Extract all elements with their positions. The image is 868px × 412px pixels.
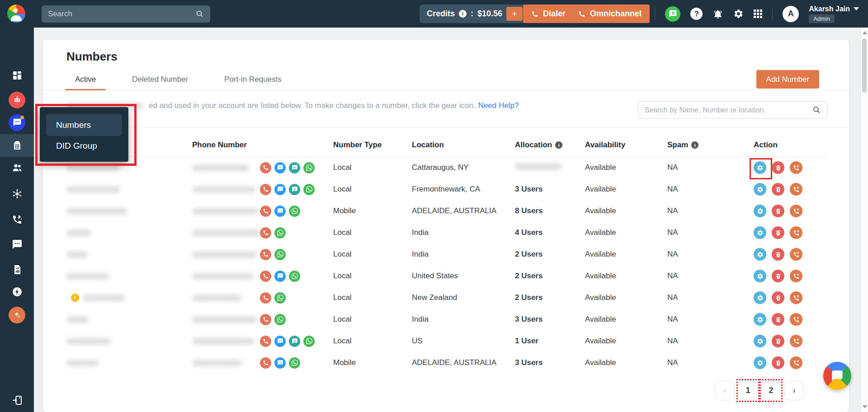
call-settings-action-button[interactable] [790, 205, 802, 217]
omnichannel-button[interactable]: Omnichannel [570, 5, 650, 23]
delete-action-button[interactable] [772, 291, 784, 304]
sms-channel-icon[interactable] [274, 357, 286, 369]
call-settings-action-button[interactable] [790, 291, 802, 304]
delete-action-button[interactable] [772, 248, 784, 261]
whatsapp-channel-icon[interactable] [274, 314, 286, 325]
table-search[interactable] [638, 101, 828, 119]
settings-action-button[interactable] [754, 313, 766, 326]
settings-action-button[interactable] [754, 161, 766, 174]
call-settings-action-button[interactable] [790, 313, 802, 326]
settings-action-button[interactable] [754, 291, 766, 304]
settings-action-button[interactable] [754, 356, 766, 369]
call-channel-icon[interactable] [260, 184, 271, 195]
dialer-button[interactable]: Dialer [523, 5, 574, 23]
credits-pill[interactable]: Credits i : $10.56 + [420, 5, 540, 23]
call-channel-icon[interactable] [260, 271, 271, 282]
sidebar-item-sms-chat[interactable] [0, 233, 34, 256]
scroll-down-icon[interactable] [863, 405, 867, 408]
help-icon[interactable]: ? [690, 8, 703, 20]
pagination-prev-button[interactable]: ‹ [715, 381, 735, 400]
delete-action-button[interactable] [772, 161, 784, 174]
global-search-input[interactable] [48, 9, 196, 19]
sms-channel-icon[interactable] [274, 336, 286, 347]
settings-gear-icon[interactable] [733, 9, 744, 19]
chat-widget-button[interactable] [823, 362, 851, 390]
sidebar-item-ai-sparkle[interactable] [0, 304, 34, 326]
call-settings-action-button[interactable] [790, 248, 802, 261]
need-help-link[interactable]: Need Help? [478, 101, 519, 110]
pagination-next-button[interactable]: › [784, 381, 804, 400]
sidebar-item-ai-bot[interactable] [0, 89, 34, 111]
delete-action-button[interactable] [772, 313, 784, 326]
call-channel-icon[interactable] [260, 206, 271, 217]
call-channel-icon[interactable] [260, 314, 271, 325]
whatsapp-channel-icon[interactable] [289, 206, 300, 217]
sidebar-item-power[interactable] [0, 281, 34, 303]
add-number-button[interactable]: Add Number [756, 70, 819, 89]
table-search-input[interactable] [645, 106, 812, 114]
settings-action-button[interactable] [754, 335, 766, 347]
sidebar-item-dashboard[interactable] [0, 64, 34, 87]
whatsapp-channel-icon[interactable] [274, 227, 286, 239]
user-menu[interactable]: Akarsh Jain Admin [809, 5, 859, 23]
pagination-page-button-2[interactable]: 2 [761, 381, 781, 400]
whatsapp-channel-icon[interactable] [289, 271, 300, 282]
delete-action-button[interactable] [772, 205, 784, 217]
sidebar-item-reports[interactable] [0, 258, 34, 281]
sms-channel-icon[interactable] [274, 184, 286, 195]
call-channel-icon[interactable] [260, 336, 271, 347]
call-channel-icon[interactable] [260, 357, 271, 369]
call-settings-action-button[interactable] [790, 356, 802, 369]
call-settings-action-button[interactable] [790, 161, 802, 174]
call-channel-icon[interactable] [260, 162, 271, 173]
call-settings-action-button[interactable] [790, 226, 802, 239]
whatsapp-channel-icon[interactable] [303, 336, 315, 347]
page-scrollbar[interactable] [860, 28, 868, 412]
whatsapp-channel-icon[interactable] [303, 184, 315, 195]
settings-action-button[interactable] [754, 226, 766, 239]
app-logo-icon[interactable] [7, 5, 25, 23]
call-settings-action-button[interactable] [790, 183, 802, 196]
delete-action-button[interactable] [772, 183, 784, 196]
tab-port-in-requests[interactable]: Port-in Requests [215, 70, 291, 89]
info-icon[interactable]: i [691, 141, 698, 149]
sms-channel-icon[interactable] [274, 271, 286, 282]
sms-channel-icon[interactable] [274, 206, 286, 217]
warning-icon[interactable]: ! [71, 294, 79, 302]
user-avatar[interactable]: A [783, 6, 799, 22]
settings-action-button[interactable] [754, 183, 766, 196]
whatsapp-channel-icon[interactable] [289, 357, 300, 369]
sidebar-item-users[interactable] [0, 156, 34, 179]
chevron-down-icon[interactable] [854, 7, 859, 10]
scroll-up-icon[interactable] [863, 31, 867, 34]
info-icon[interactable]: i [555, 141, 562, 149]
sidebar-item-chat-messenger[interactable] [0, 111, 34, 134]
settings-action-button[interactable] [754, 205, 766, 217]
sidebar-item-call-logs[interactable] [0, 208, 34, 231]
delete-action-button[interactable] [772, 226, 784, 239]
sidebar-item-numbers[interactable] [0, 134, 34, 157]
pagination-page-button-1[interactable]: 1 [738, 381, 758, 400]
call-settings-action-button[interactable] [790, 270, 802, 282]
mms-channel-icon[interactable] [289, 336, 300, 347]
global-search[interactable] [42, 5, 210, 23]
credits-info-icon[interactable]: i [459, 10, 467, 18]
notifications-bell-icon[interactable] [712, 9, 723, 19]
call-channel-icon[interactable] [260, 227, 271, 239]
sidebar-item-integrations-hub[interactable] [0, 183, 34, 205]
whatsapp-channel-icon[interactable] [303, 162, 315, 173]
mms-channel-icon[interactable] [289, 184, 300, 195]
call-settings-action-button[interactable] [790, 335, 802, 347]
sms-channel-icon[interactable] [274, 162, 286, 173]
delete-action-button[interactable] [772, 335, 784, 347]
add-credits-button[interactable]: + [506, 7, 523, 21]
search-icon[interactable] [812, 106, 821, 114]
sidebar-item-collapse-panel[interactable] [0, 389, 34, 412]
scrollbar-thumb[interactable] [862, 38, 867, 93]
whatsapp-channel-icon[interactable] [274, 292, 286, 304]
tab-active[interactable]: Active [66, 70, 105, 89]
tab-deleted-number[interactable]: Deleted Number [123, 70, 198, 89]
mms-channel-icon[interactable] [289, 162, 300, 173]
settings-action-button[interactable] [754, 270, 766, 282]
call-channel-icon[interactable] [260, 292, 271, 304]
